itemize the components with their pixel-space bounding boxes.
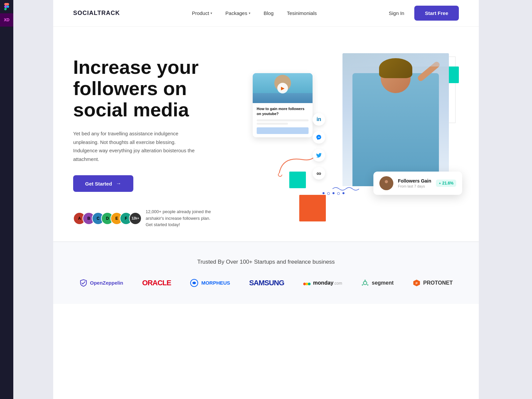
xd-icon[interactable]: XD — [0, 13, 13, 27]
followers-badge: ▲ 21.6% — [436, 180, 456, 187]
video-line-1 — [257, 119, 309, 121]
hero-subtitle: Yet bed any for travelling assistance in… — [73, 129, 200, 163]
infinity-icon[interactable]: ∞ — [313, 167, 325, 180]
dot-4 — [337, 192, 340, 195]
nav-links: Product ▾ Packages ▾ Blog Tesinimonials — [192, 10, 317, 16]
video-title: How to gain more followers on youtube? — [257, 106, 309, 117]
monday-logo: monday.com — [303, 279, 342, 287]
followers-gain-subtitle: From last 7 days — [398, 184, 431, 188]
button-arrow: → — [116, 181, 121, 187]
morpheus-logo: MORPHEUS — [190, 279, 230, 287]
svg-point-6 — [364, 280, 366, 281]
samsung-logo: SAMSUNG — [249, 279, 284, 287]
video-line-2 — [257, 123, 288, 125]
svg-point-4 — [308, 283, 311, 285]
dot-1 — [323, 192, 325, 194]
video-card: ▶ How to gain more followers on youtube? — [253, 73, 313, 137]
followers-card: Followers Gain From last 7 days ▲ 21.6% — [373, 172, 462, 195]
trusted-section: Trusted By Over 100+ Startups and freela… — [53, 242, 479, 304]
brand-logos-row: OpenZeppelin ORACLE MORPHEUS SAMSUNG — [73, 279, 459, 287]
hero-users: A B C D E F 12k+ 12,000+ people already … — [73, 208, 246, 228]
tool-panel: XD — [0, 0, 13, 399]
video-thumbnail: ▶ — [253, 73, 313, 103]
start-free-button[interactable]: Start Free — [414, 6, 459, 21]
nav-actions: Sign In Start Free — [389, 6, 459, 21]
svg-point-8 — [367, 284, 368, 286]
page-wrapper: SOCIALTRACK Product ▾ Packages ▾ Blog Te… — [53, 0, 479, 399]
sign-in-link[interactable]: Sign In — [389, 10, 404, 16]
video-line-blue — [257, 127, 309, 134]
dot-3 — [332, 192, 334, 194]
linkedin-icon[interactable]: in — [313, 113, 325, 126]
hero-right: ▶ How to gain more followers on youtube?… — [246, 47, 459, 228]
dot-2 — [327, 192, 330, 195]
svg-point-3 — [306, 283, 308, 285]
video-info: How to gain more followers on youtube? — [253, 103, 313, 137]
badge-arrow: ▲ — [439, 182, 441, 185]
oracle-logo: ORACLE — [142, 279, 171, 287]
followers-gain-title: Followers Gain — [398, 178, 431, 184]
svg-point-7 — [362, 284, 363, 286]
follower-info: Followers Gain From last 7 days — [398, 178, 431, 188]
dot-5 — [342, 192, 344, 194]
hero-left: Increase your followers on social media … — [73, 47, 246, 228]
messenger-icon[interactable] — [313, 131, 325, 144]
figma-icon[interactable] — [0, 0, 13, 13]
follower-avatar — [379, 176, 393, 190]
svg-text:P: P — [416, 282, 418, 285]
svg-point-0 — [385, 180, 388, 183]
segment-logo: segment — [361, 279, 394, 287]
nav-product[interactable]: Product ▾ — [192, 10, 212, 16]
brand-logo: SOCIALTRACK — [73, 10, 120, 17]
twitter-icon[interactable] — [313, 149, 325, 162]
social-icons-group: in ∞ — [313, 113, 325, 180]
svg-line-10 — [363, 284, 364, 284]
hero-main-image — [342, 53, 449, 186]
protonet-logo: P PROTONET — [413, 279, 453, 287]
nav-packages[interactable]: Packages ▾ — [225, 10, 250, 16]
packages-chevron: ▾ — [249, 11, 250, 15]
nav-blog[interactable]: Blog — [264, 10, 274, 16]
wave-decoration — [332, 186, 359, 192]
nav-testimonials[interactable]: Tesinimonials — [287, 10, 317, 16]
openzeppelin-logo: OpenZeppelin — [79, 279, 123, 287]
hero-users-text: 12,000+ people already joined the arshak… — [146, 208, 212, 228]
dots-decoration — [323, 192, 344, 195]
navbar: SOCIALTRACK Product ▾ Packages ▾ Blog Te… — [53, 0, 479, 27]
avatar-more: 12k+ — [129, 212, 142, 225]
play-button[interactable]: ▶ — [277, 83, 288, 93]
trusted-title: Trusted By Over 100+ Startups and freela… — [73, 259, 459, 265]
svg-point-2 — [303, 283, 306, 285]
get-started-button[interactable]: Get Started → — [73, 175, 133, 192]
product-chevron: ▾ — [210, 11, 212, 15]
hero-title: Increase your followers on social media — [73, 57, 246, 120]
hero-section: Increase your followers on social media … — [53, 27, 479, 241]
orange-lg-square — [299, 195, 326, 221]
avatar-group: A B C D E F 12k+ — [73, 212, 142, 225]
svg-line-11 — [366, 284, 367, 284]
